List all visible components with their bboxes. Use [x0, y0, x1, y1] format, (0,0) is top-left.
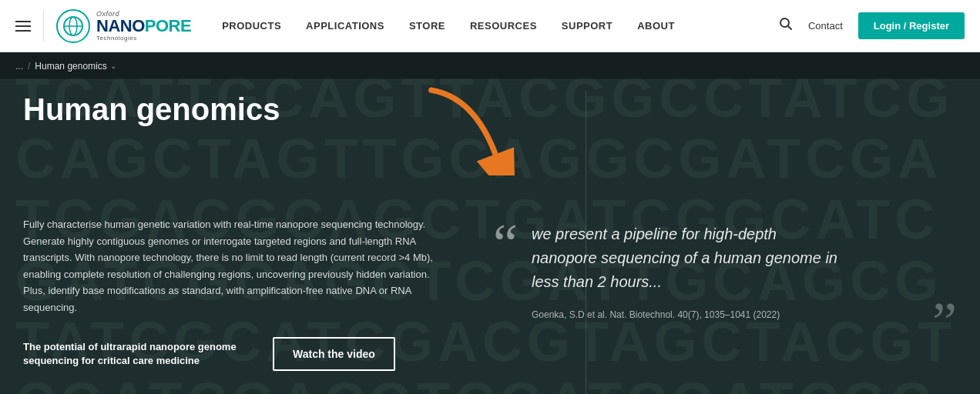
- nav-link-store[interactable]: STORE: [409, 20, 445, 32]
- nav-link-applications[interactable]: APPLICATIONS: [306, 20, 384, 32]
- logo-pore: PORE: [145, 18, 191, 35]
- logo-text: Oxford NANO PORE Technologies: [96, 11, 191, 42]
- hero-left-panel: Fully characterise human genetic variati…: [23, 216, 455, 371]
- logo-nano: NANO: [96, 18, 145, 35]
- breadcrumb-bar: ... / Human genomics ⌄: [0, 52, 980, 80]
- svg-line-4: [787, 26, 791, 30]
- logo[interactable]: Oxford NANO PORE Technologies: [56, 9, 191, 43]
- hero-content: Fully characterise human genetic variati…: [0, 201, 980, 394]
- hero-cta-label: The potential of ultrarapid nanopore gen…: [23, 340, 254, 368]
- nav-link-resources[interactable]: RESOURCES: [470, 20, 537, 32]
- hero-title: Human genomics: [23, 91, 280, 128]
- quote-close-icon: ”: [932, 294, 957, 349]
- hero-quote-citation: Goenka, S.D et al. Nat. Biotechnol. 40(7…: [532, 308, 957, 322]
- hero-description: Fully characterise human genetic variati…: [23, 216, 455, 316]
- breadcrumb-separator: /: [28, 61, 30, 72]
- nav-links: PRODUCTS APPLICATIONS STORE RESOURCES SU…: [222, 20, 779, 32]
- breadcrumb-current: Human genomics: [35, 61, 106, 72]
- nav-link-about[interactable]: ABOUT: [637, 20, 675, 32]
- navbar: Oxford NANO PORE Technologies PRODUCTS A…: [0, 0, 980, 52]
- contact-link[interactable]: Contact: [808, 20, 843, 32]
- search-icon[interactable]: [779, 17, 793, 35]
- watch-video-button[interactable]: Watch the video: [273, 337, 395, 371]
- hero-cta-row: The potential of ultrarapid nanopore gen…: [23, 337, 455, 371]
- nav-link-support[interactable]: SUPPORT: [562, 20, 612, 32]
- login-register-button[interactable]: Login / Register: [858, 12, 965, 39]
- hero-quote-panel: “ we present a pipeline for high-depth n…: [485, 216, 957, 371]
- quote-open-icon: “: [493, 216, 518, 272]
- breadcrumb-ellipsis[interactable]: ...: [15, 61, 23, 72]
- nav-link-products[interactable]: PRODUCTS: [222, 20, 281, 32]
- hamburger-button[interactable]: [15, 21, 31, 32]
- nav-right: Contact Login / Register: [779, 12, 965, 39]
- nav-divider: [43, 11, 44, 42]
- hero-section: TCATTGCAGTTACGGCCTATCGCAGCTAGTTGCAGGCGAT…: [0, 52, 980, 394]
- logo-technologies: Technologies: [96, 35, 191, 42]
- breadcrumb-chevron-icon[interactable]: ⌄: [110, 62, 116, 70]
- logo-icon: [56, 9, 90, 43]
- hero-quote-text: we present a pipeline for high-depth nan…: [532, 222, 840, 294]
